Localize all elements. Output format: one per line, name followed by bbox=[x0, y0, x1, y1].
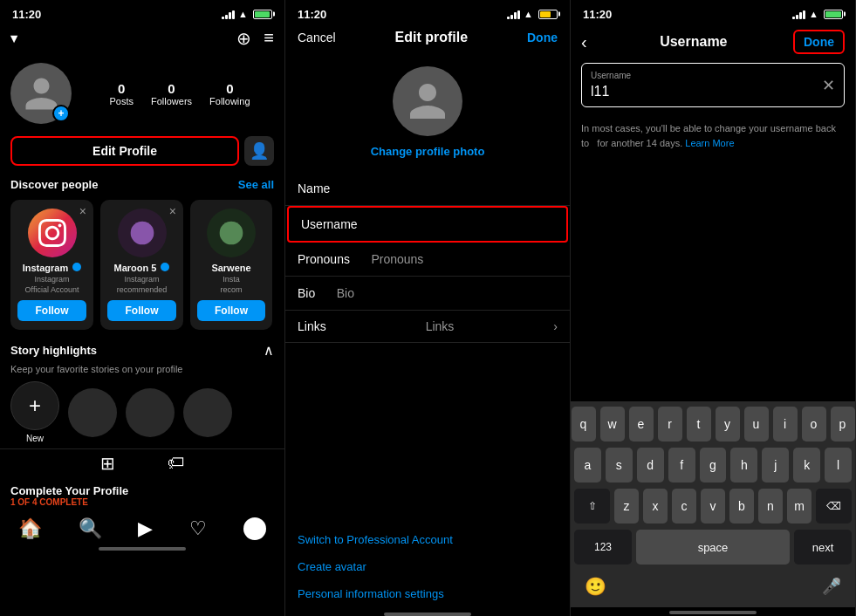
panel-profile: 11:20 ▲ ▾ ⊕ ≡ + 0 Posts bbox=[0, 0, 285, 616]
add-user-icon: 👤 bbox=[250, 141, 269, 161]
key-u[interactable]: u bbox=[744, 407, 769, 441]
key-e[interactable]: e bbox=[629, 407, 654, 441]
key-r[interactable]: r bbox=[658, 407, 682, 441]
close-card-maroon5[interactable]: × bbox=[169, 204, 176, 218]
key-l[interactable]: l bbox=[825, 448, 852, 483]
add-user-button[interactable]: 👤 bbox=[244, 136, 274, 166]
key-shift[interactable]: ⇧ bbox=[574, 489, 610, 524]
tab-profile[interactable] bbox=[243, 517, 266, 540]
p1-profile-section: + 0 Posts 0 Followers 0 Following bbox=[0, 56, 284, 133]
keyboard-bottom-row: 🙂 🎤 bbox=[574, 571, 852, 607]
key-k[interactable]: k bbox=[793, 448, 820, 483]
new-story-button[interactable]: + New bbox=[10, 381, 59, 443]
key-j[interactable]: j bbox=[762, 448, 789, 483]
username-hint: In most cases, you'll be able to change … bbox=[571, 114, 855, 157]
story-highlight-2[interactable] bbox=[126, 388, 175, 437]
username-label: Username bbox=[301, 217, 358, 231]
key-q[interactable]: q bbox=[572, 407, 596, 441]
card-name-sarwene: Sarwene bbox=[211, 263, 250, 273]
tab-search[interactable]: 🔍 bbox=[79, 517, 102, 540]
complete-title: Complete Your Profile bbox=[10, 484, 274, 497]
key-p[interactable]: p bbox=[831, 407, 855, 441]
change-photo-button[interactable]: Change profile photo bbox=[371, 145, 485, 158]
add-post-icon[interactable]: ⊕ bbox=[236, 28, 251, 49]
status-bar-3: 11:20 ▲ bbox=[571, 0, 855, 24]
tab-reels[interactable]: ▶ bbox=[138, 517, 153, 540]
tab-likes[interactable]: ♡ bbox=[189, 517, 207, 540]
username-header: ‹ Username Done bbox=[571, 24, 855, 63]
create-avatar-link[interactable]: Create avatar bbox=[298, 553, 558, 580]
close-card-instagram[interactable]: × bbox=[79, 204, 86, 218]
stories-chevron-icon[interactable]: ∧ bbox=[264, 342, 274, 359]
key-w[interactable]: w bbox=[600, 407, 625, 441]
back-button[interactable]: ‹ bbox=[581, 32, 587, 52]
key-i[interactable]: i bbox=[773, 407, 798, 441]
username-input-field[interactable]: Username l11 ✕ bbox=[581, 63, 845, 107]
key-n[interactable]: n bbox=[758, 489, 783, 524]
key-o[interactable]: o bbox=[802, 407, 826, 441]
p1-username-dropdown[interactable]: ▾ bbox=[10, 31, 17, 46]
links-label: Links bbox=[298, 319, 326, 333]
username-field-row[interactable]: Username bbox=[287, 206, 568, 243]
status-time-2: 11:20 bbox=[298, 8, 326, 21]
posts-stat: 0 Posts bbox=[109, 81, 134, 106]
done-button-p3[interactable]: Done bbox=[793, 30, 845, 54]
wifi-icon-3: ▲ bbox=[809, 9, 818, 19]
key-d[interactable]: d bbox=[637, 448, 664, 483]
discover-header: Discover people See all bbox=[0, 173, 284, 196]
profile-stats: 0 Posts 0 Followers 0 Following bbox=[86, 81, 274, 106]
tab-home[interactable]: 🏠 bbox=[18, 517, 42, 540]
menu-icon[interactable]: ≡ bbox=[264, 28, 274, 49]
status-time-1: 11:20 bbox=[12, 8, 41, 21]
story-highlight-3[interactable] bbox=[183, 388, 232, 437]
learn-more-link[interactable]: Learn More bbox=[685, 138, 734, 148]
card-sub-maroon5: Instagramrecommended bbox=[117, 275, 168, 295]
follow-maroon5-button[interactable]: Follow bbox=[107, 300, 176, 321]
key-g[interactable]: g bbox=[700, 448, 727, 483]
cancel-button[interactable]: Cancel bbox=[298, 31, 336, 44]
followers-label: Followers bbox=[151, 96, 192, 106]
edit-profile-row: Edit Profile 👤 bbox=[0, 133, 284, 173]
new-story-circle: + bbox=[10, 381, 59, 430]
tagged-view-icon[interactable]: 🏷 bbox=[168, 453, 185, 474]
key-s[interactable]: s bbox=[606, 448, 633, 483]
key-c[interactable]: c bbox=[672, 489, 696, 524]
key-t[interactable]: t bbox=[687, 407, 711, 441]
clear-field-button[interactable]: ✕ bbox=[822, 76, 835, 95]
pronouns-field-row: Pronouns Pronouns bbox=[285, 243, 570, 277]
key-v[interactable]: v bbox=[701, 489, 725, 524]
done-button-p2[interactable]: Done bbox=[527, 31, 558, 44]
key-h[interactable]: h bbox=[730, 448, 757, 483]
edit-profile-title: Edit profile bbox=[395, 30, 469, 45]
stories-row: + New bbox=[10, 381, 274, 443]
switch-professional-link[interactable]: Switch to Professional Account bbox=[298, 526, 558, 553]
key-b[interactable]: b bbox=[729, 489, 754, 524]
key-m[interactable]: m bbox=[787, 489, 811, 524]
grid-view-icon[interactable]: ⊞ bbox=[100, 453, 115, 474]
battery-fill-3 bbox=[825, 11, 841, 17]
story-highlights-section: Story highlights ∧ Keep your favorite st… bbox=[0, 337, 284, 448]
key-z[interactable]: z bbox=[614, 489, 639, 524]
key-123[interactable]: 123 bbox=[574, 530, 632, 565]
follow-sarwene-button[interactable]: Follow bbox=[197, 300, 265, 321]
key-next[interactable]: next bbox=[794, 530, 852, 565]
key-x[interactable]: x bbox=[643, 489, 668, 524]
add-story-button[interactable]: + bbox=[52, 105, 70, 122]
bio-placeholder: Bio bbox=[337, 286, 354, 300]
home-bar-2 bbox=[384, 613, 471, 616]
key-delete[interactable]: ⌫ bbox=[816, 489, 852, 524]
edit-profile-button[interactable]: Edit Profile bbox=[10, 136, 239, 166]
key-a[interactable]: a bbox=[574, 448, 601, 483]
follow-instagram-button[interactable]: Follow bbox=[17, 300, 86, 321]
emoji-key[interactable]: 🙂 bbox=[578, 572, 613, 600]
key-space[interactable]: space bbox=[636, 530, 790, 565]
pronouns-label: Pronouns bbox=[298, 252, 350, 266]
story-highlight-1[interactable] bbox=[68, 388, 117, 437]
key-y[interactable]: y bbox=[716, 407, 740, 441]
personal-info-link[interactable]: Personal information settings bbox=[298, 580, 558, 607]
bio-field-row: Bio Bio bbox=[285, 277, 570, 311]
see-all-button[interactable]: See all bbox=[238, 178, 274, 191]
verified-badge-ig bbox=[72, 263, 81, 271]
mic-key[interactable]: 🎤 bbox=[815, 573, 848, 599]
key-f[interactable]: f bbox=[668, 448, 695, 483]
